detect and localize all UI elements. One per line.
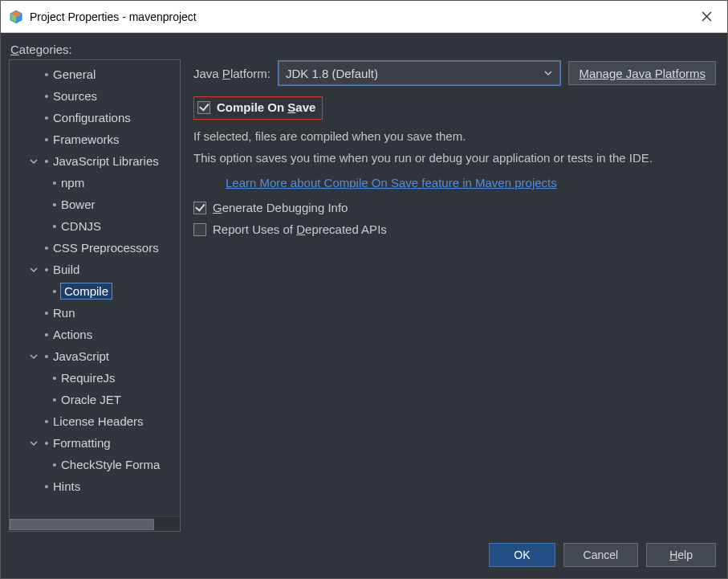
tree-item-requirejs[interactable]: •RequireJs (10, 367, 180, 389)
tree-item-run[interactable]: •Run (10, 302, 180, 324)
tree-item-label: CheckStyle Forma (61, 458, 160, 471)
tree-item-css-preprocessors[interactable]: •CSS Preprocessors (10, 237, 180, 259)
tree-item-label: Configurations (53, 111, 131, 124)
bullet-icon: • (40, 111, 53, 124)
report-deprecated-row: Report Uses of Deprecated APIs (193, 222, 716, 236)
bullet-icon: • (48, 198, 61, 211)
sidebar-horizontal-scrollbar[interactable] (10, 516, 180, 531)
help-button[interactable]: Help (646, 543, 716, 567)
tree-item-formatting[interactable]: •Formatting (10, 432, 180, 454)
bullet-icon: • (48, 284, 61, 298)
tree-item-label: Bower (61, 198, 96, 211)
bullet-icon: • (40, 89, 53, 103)
tree-item-label: Compile (61, 283, 112, 299)
bullet-icon: • (40, 414, 53, 428)
tree-item-label: General (53, 67, 96, 81)
bullet-icon: • (40, 133, 53, 146)
generate-debug-checkbox[interactable] (193, 202, 206, 214)
tree-item-label: JavaScript Libraries (53, 154, 159, 168)
bullet-icon: • (40, 479, 53, 493)
tree-item-checkstyle-forma[interactable]: •CheckStyle Forma (10, 454, 180, 475)
tree-item-configurations[interactable]: •Configurations (10, 107, 180, 128)
tree-item-label: Sources (53, 89, 97, 103)
bullet-icon: • (40, 67, 53, 81)
report-deprecated-label: Report Uses of Deprecated APIs (213, 222, 387, 236)
tree-item-label: License Headers (53, 414, 144, 428)
tree-item-javascript-libraries[interactable]: •JavaScript Libraries (10, 150, 180, 172)
tree-item-label: CDNJS (61, 219, 101, 233)
bullet-icon: • (40, 263, 53, 276)
learn-more-link[interactable]: Learn More about Compile On Save feature… (226, 176, 716, 190)
tree-item-oracle-jet[interactable]: •Oracle JET (10, 389, 180, 410)
bullet-icon: • (40, 154, 53, 168)
window-title: Project Properties - mavenproject (30, 10, 693, 23)
compile-on-save-desc1: If selected, files are compiled when you… (193, 129, 716, 143)
compile-on-save-highlight: Compile On Save (193, 96, 323, 120)
content-area: Categories: •General•Sources•Configurati… (1, 33, 727, 532)
dialog-body: Categories: •General•Sources•Configurati… (1, 33, 727, 578)
bullet-icon: • (40, 328, 53, 341)
close-button[interactable] (693, 4, 719, 30)
tree-item-label: npm (61, 176, 84, 190)
tree-item-cdnjs[interactable]: •CDNJS (10, 215, 180, 237)
java-platform-value: JDK 1.8 (Default) (286, 67, 378, 80)
tree-item-general[interactable]: •General (10, 63, 180, 85)
bullet-icon: • (48, 219, 61, 233)
java-platform-combo[interactable]: JDK 1.8 (Default) (279, 61, 561, 85)
tree-item-build[interactable]: •Build (10, 259, 180, 280)
java-platform-label: Java Platform: (193, 67, 270, 80)
tree-item-npm[interactable]: •npm (10, 172, 180, 194)
tree-item-label: Hints (53, 479, 80, 493)
app-logo-icon (9, 10, 23, 24)
tree-item-sources[interactable]: •Sources (10, 85, 180, 107)
report-deprecated-checkbox[interactable] (193, 223, 206, 236)
bullet-icon: • (40, 349, 53, 363)
tree-item-label: CSS Preprocessors (53, 241, 159, 255)
tree-item-label: Run (53, 306, 75, 320)
tree-item-label: Build (53, 263, 79, 276)
scrollbar-thumb[interactable] (10, 519, 154, 530)
ok-button[interactable]: OK (489, 543, 555, 567)
bullet-icon: • (48, 176, 61, 190)
tree-item-actions[interactable]: •Actions (10, 324, 180, 345)
chevron-down-icon[interactable] (27, 266, 40, 274)
compile-on-save-desc2: This option saves you time when you run … (193, 151, 716, 165)
generate-debug-row: Generate Debugging Info (193, 201, 716, 214)
columns: •General•Sources•Configurations•Framewor… (9, 59, 719, 532)
tree-item-label: Oracle JET (61, 393, 121, 406)
categories-label: Categories: (10, 43, 719, 56)
categories-tree[interactable]: •General•Sources•Configurations•Framewor… (10, 60, 180, 516)
chevron-down-icon[interactable] (27, 353, 40, 361)
tree-item-label: JavaScript (53, 349, 109, 363)
compile-on-save-label: Compile On Save (217, 100, 315, 114)
bullet-icon: • (48, 371, 61, 385)
chevron-down-icon[interactable] (27, 439, 40, 447)
cancel-button[interactable]: Cancel (563, 543, 639, 567)
tree-item-label: Actions (53, 328, 92, 341)
bullet-icon: • (40, 436, 53, 450)
main-panel: Java Platform: JDK 1.8 (Default) Manage … (181, 59, 719, 532)
titlebar: Project Properties - mavenproject (1, 1, 727, 33)
dialog-window: Project Properties - mavenproject Catego… (0, 0, 728, 579)
categories-sidebar: •General•Sources•Configurations•Framewor… (9, 59, 181, 532)
tree-item-label: RequireJs (61, 371, 116, 385)
bullet-icon: • (48, 393, 61, 406)
tree-item-hints[interactable]: •Hints (10, 475, 180, 497)
tree-item-compile[interactable]: •Compile (10, 280, 180, 302)
tree-item-license-headers[interactable]: •License Headers (10, 410, 180, 432)
dialog-footer: OK Cancel Help (1, 532, 727, 578)
manage-platforms-button[interactable]: Manage Java Platforms (568, 61, 716, 85)
compile-on-save-checkbox[interactable] (197, 101, 210, 114)
bullet-icon: • (40, 306, 53, 320)
tree-item-frameworks[interactable]: •Frameworks (10, 128, 180, 150)
tree-item-label: Frameworks (53, 133, 120, 146)
java-platform-row: Java Platform: JDK 1.8 (Default) Manage … (193, 61, 716, 85)
tree-item-bower[interactable]: •Bower (10, 194, 180, 215)
chevron-down-icon (543, 67, 553, 80)
chevron-down-icon[interactable] (27, 157, 40, 165)
tree-item-label: Formatting (53, 436, 111, 450)
bullet-icon: • (48, 458, 61, 471)
tree-item-javascript[interactable]: •JavaScript (10, 345, 180, 367)
bullet-icon: • (40, 241, 53, 255)
generate-debug-label: Generate Debugging Info (213, 201, 348, 214)
